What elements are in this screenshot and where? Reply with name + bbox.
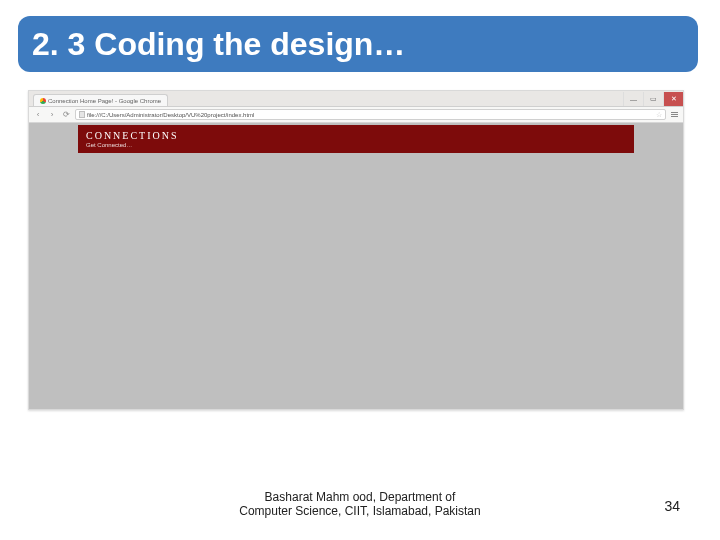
file-icon (79, 111, 85, 118)
bookmark-star-icon[interactable]: ☆ (656, 111, 662, 119)
footer-line-1: Basharat Mahm ood, Department of (265, 490, 456, 504)
browser-tab[interactable]: Connection Home Page! - Google Chrome (33, 94, 168, 106)
tab-strip: Connection Home Page! - Google Chrome — … (29, 91, 683, 107)
hamburger-menu-icon[interactable] (670, 112, 679, 117)
page-viewport: CONNECTIONS Get Connected… (29, 123, 683, 409)
site-tagline: Get Connected… (86, 142, 634, 148)
maximize-button[interactable]: ▭ (643, 92, 663, 106)
browser-window: Connection Home Page! - Google Chrome — … (28, 90, 684, 410)
close-button[interactable]: ✕ (663, 92, 683, 106)
title-banner: 2. 3 Coding the design… (18, 16, 698, 72)
back-button[interactable]: ‹ (33, 110, 43, 120)
site-header-banner: CONNECTIONS Get Connected… (78, 125, 634, 153)
reload-button[interactable]: ⟳ (61, 110, 71, 120)
slide: 2. 3 Coding the design… Connection Home … (0, 0, 720, 540)
address-text: file:///C:/Users/Administrator/Desktop/V… (87, 112, 254, 118)
page-number: 34 (664, 498, 680, 514)
footer-line-2: Computer Science, CIIT, Islamabad, Pakis… (239, 504, 480, 518)
site-logo-text: CONNECTIONS (86, 130, 634, 141)
chrome-icon (40, 98, 46, 104)
window-controls: — ▭ ✕ (623, 91, 683, 107)
forward-button[interactable]: › (47, 110, 57, 120)
footer-credit: Basharat Mahm ood, Department of Compute… (0, 490, 720, 519)
tab-title: Connection Home Page! - Google Chrome (48, 98, 161, 104)
slide-title: 2. 3 Coding the design… (32, 26, 405, 63)
address-bar[interactable]: file:///C:/Users/Administrator/Desktop/V… (75, 109, 666, 120)
minimize-button[interactable]: — (623, 92, 643, 106)
toolbar: ‹ › ⟳ file:///C:/Users/Administrator/Des… (29, 107, 683, 123)
